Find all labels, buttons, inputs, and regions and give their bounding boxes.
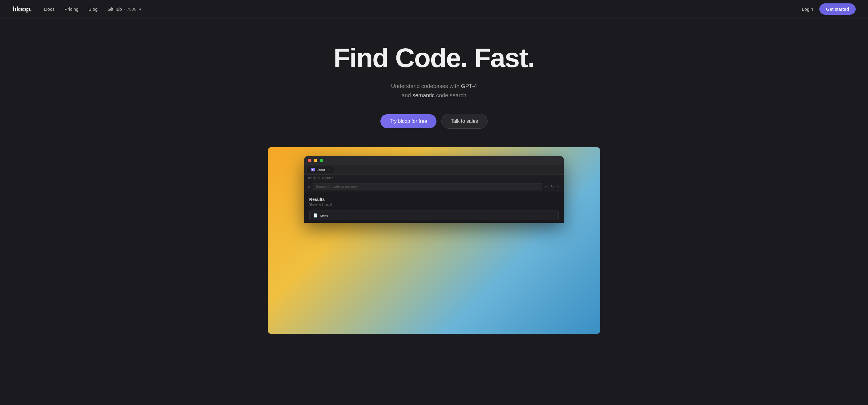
mac-search-bar: ⌕ Search for code using regex ← ↻ → [304,181,564,192]
nav-link-pricing[interactable]: Pricing [64,6,79,12]
github-link[interactable]: GitHub · 7806 ★ [107,6,142,12]
star-icon: ★ [138,7,142,11]
github-stars-count: 7806 [127,7,136,12]
nav-link-blog[interactable]: Blog [88,6,98,12]
site-logo[interactable]: bloop. [12,5,32,13]
tab-close-icon[interactable]: × [328,168,330,171]
traffic-light-red[interactable] [308,159,311,162]
hero-buttons: Try bloop for free Talk to sales [380,114,487,129]
tab-label: bloop [317,168,325,171]
nav-forward-icon[interactable]: → [556,184,560,189]
nav-links: Docs Pricing Blog GitHub · 7806 ★ [44,6,802,12]
hero-section: Find Code. Fast. Understand codebases wi… [0,19,868,147]
refresh-icon[interactable]: ↻ [551,184,554,189]
semantic-highlight: semantic [412,92,435,99]
search-input[interactable]: Search for code using regex [313,183,542,190]
tab-icon: b [311,168,315,171]
nav-right: Login Get started [802,3,856,15]
mac-titlebar [304,156,564,165]
app-preview-container: b bloop × bloop > Results ⌕ Search for c… [268,147,600,334]
mac-tab[interactable]: b bloop × [307,167,334,173]
search-icon: ⌕ [308,184,310,189]
login-link[interactable]: Login [802,6,813,12]
hero-title: Find Code. Fast. [334,43,534,73]
navbar: bloop. Docs Pricing Blog GitHub · 7806 ★… [0,0,868,19]
app-preview-wrapper: b bloop × bloop > Results ⌕ Search for c… [261,147,607,334]
try-bloop-button[interactable]: Try bloop for free [380,114,436,128]
results-title: Results [309,197,559,202]
github-separator: · [124,7,125,12]
nav-link-docs[interactable]: Docs [44,6,55,12]
github-label: GitHub [107,6,122,12]
hero-subtitle: Understand codebases with GPT-4 and sema… [391,81,477,100]
tab-icon-label: b [312,168,314,171]
traffic-light-yellow[interactable] [314,159,317,162]
results-count: Showing 1 result [309,203,559,206]
mac-content: Results Showing 1 result 📄 server [304,192,564,223]
mac-tab-bar: b bloop × [304,165,564,175]
result-item[interactable]: 📄 server [309,210,559,221]
breadcrumb-sep: > [318,176,320,180]
mac-window: b bloop × bloop > Results ⌕ Search for c… [304,156,564,223]
gpt4-highlight: GPT-4 [461,83,477,89]
breadcrumb-page: Results [322,176,333,180]
get-started-button[interactable]: Get started [819,3,856,15]
talk-to-sales-button[interactable]: Talk to sales [441,114,488,129]
nav-back-icon[interactable]: ← [545,184,548,189]
breadcrumb-home[interactable]: bloop [308,176,316,180]
file-icon: 📄 [313,213,318,217]
traffic-light-green[interactable] [320,159,323,162]
result-item-label: server [320,213,330,217]
mac-breadcrumb: bloop > Results [304,175,564,181]
